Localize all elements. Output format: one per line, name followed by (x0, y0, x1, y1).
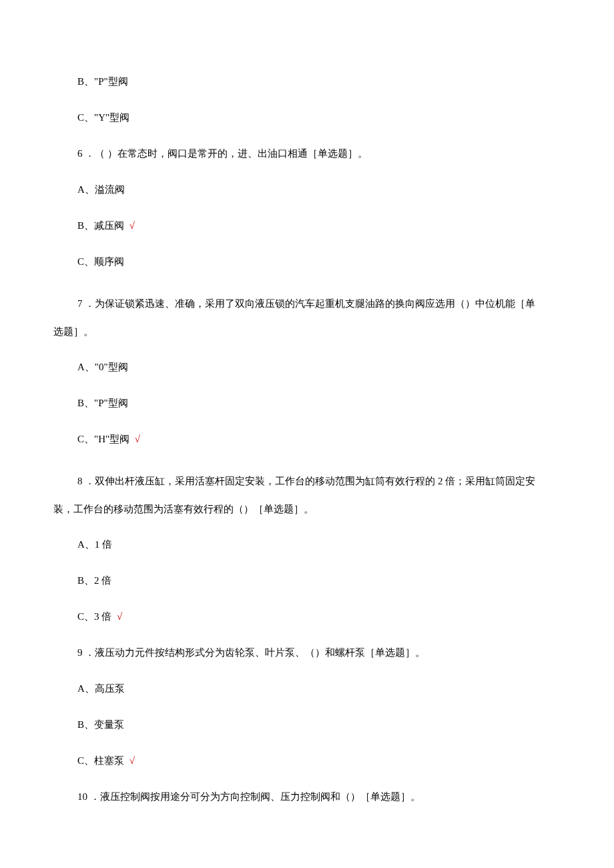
question-number: 9 (77, 644, 83, 661)
option-text: C、柱塞泵 (77, 755, 124, 766)
option-text: A、"0"型阀 (77, 362, 128, 372)
option-text: C、顺序阀 (77, 256, 124, 267)
question-8: 8 ．双伸出杆液压缸，采用活塞杆固定安装，工作台的移动范围为缸筒有效行程的 2 … (53, 467, 561, 523)
option-text: A、1 倍 (77, 539, 112, 550)
option-q6-c: C、顺序阀 (53, 254, 561, 270)
question-text: ．（ ）在常态时，阀口是常开的，进、出油口相通［单选题］。 (85, 148, 368, 159)
option-q7-b: B、"P"型阀 (53, 395, 561, 411)
question-text-part2: 装，工作台的移动范围为活塞有效行程的（）［单选题］。 (53, 504, 314, 514)
option-q9-c: C、柱塞泵 √ (53, 753, 561, 769)
check-icon: √ (135, 434, 140, 444)
option-text: B、减压阀 (77, 220, 124, 231)
option-q6-b: B、减压阀 √ (53, 218, 561, 234)
option-q6-a: A、溢流阀 (53, 181, 561, 197)
question-7: 7 ．为保证锁紧迅速、准确，采用了双向液压锁的汽车起重机支腿油路的换向阀应选用（… (53, 290, 561, 346)
option-q5-c: C、"Y"型阀 (53, 109, 561, 125)
question-text: ．液压控制阀按用途分可分为方向控制阀、压力控制阀和（）［单选题］。 (90, 791, 420, 802)
option-text: C、"Y"型阀 (77, 112, 129, 123)
question-text: ．液压动力元件按结构形式分为齿轮泵、叶片泵、（）和螺杆泵［单选题］。 (85, 647, 425, 658)
option-q9-b: B、变量泵 (53, 717, 561, 733)
option-text: B、"P"型阀 (77, 76, 128, 87)
question-text-part2: 选题］。 (53, 326, 93, 337)
option-q8-c: C、3 倍 √ (53, 608, 561, 624)
option-q8-b: B、2 倍 (53, 572, 561, 588)
option-q7-c: C、"H"型阀 √ (53, 431, 561, 447)
check-icon: √ (129, 220, 135, 231)
option-q8-a: A、1 倍 (53, 536, 561, 552)
question-text-part1: ．双伸出杆液压缸，采用活塞杆固定安装，工作台的移动范围为缸筒有效行程的 2 倍；… (85, 476, 535, 486)
question-number: 7 (77, 290, 83, 318)
question-number: 8 (77, 467, 83, 495)
option-q5-b: B、"P"型阀 (53, 73, 561, 89)
option-text: A、溢流阀 (77, 184, 125, 195)
option-q7-a: A、"0"型阀 (53, 359, 561, 375)
option-text: B、变量泵 (77, 719, 124, 730)
option-text: A、高压泵 (77, 683, 125, 694)
option-q9-a: A、高压泵 (53, 681, 561, 697)
check-icon: √ (129, 755, 135, 766)
question-text-part1: ．为保证锁紧迅速、准确，采用了双向液压锁的汽车起重机支腿油路的换向阀应选用（）中… (85, 298, 535, 309)
option-text: B、2 倍 (77, 575, 111, 586)
option-text: C、"H"型阀 (77, 434, 129, 444)
check-icon: √ (117, 611, 122, 622)
question-number: 10 (77, 789, 87, 805)
option-text: C、3 倍 (77, 611, 111, 622)
question-6: 6 ．（ ）在常态时，阀口是常开的，进、出油口相通［单选题］。 (53, 145, 561, 161)
question-10: 10 ．液压控制阀按用途分可分为方向控制阀、压力控制阀和（）［单选题］。 (53, 789, 561, 805)
question-9: 9 ．液压动力元件按结构形式分为齿轮泵、叶片泵、（）和螺杆泵［单选题］。 (53, 644, 561, 661)
option-text: B、"P"型阀 (77, 398, 128, 408)
question-number: 6 (77, 145, 83, 161)
